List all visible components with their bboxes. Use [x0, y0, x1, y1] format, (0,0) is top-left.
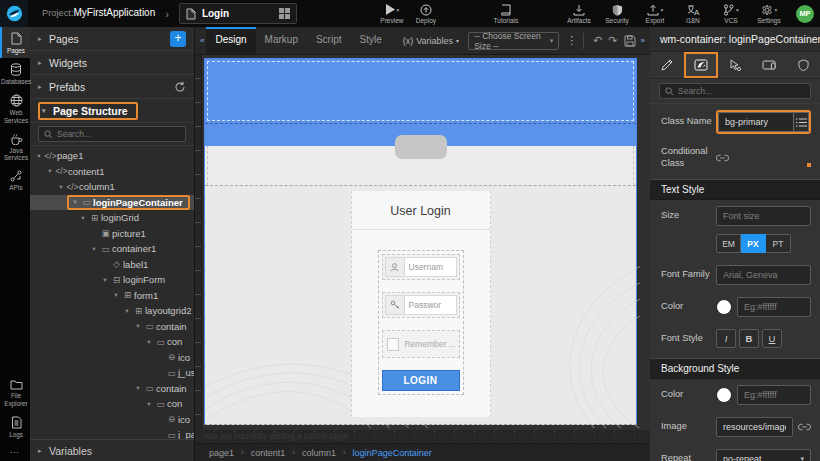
repeat-select[interactable]: no-repeat ▾	[716, 449, 811, 461]
expanded-arrow-icon[interactable]: ▾	[133, 322, 143, 330]
background-image-input[interactable]	[716, 417, 793, 437]
tree-search-input[interactable]	[57, 129, 180, 139]
tree-item-ico[interactable]: ⊖ico	[30, 350, 194, 366]
background-color-input[interactable]	[737, 385, 811, 405]
rail-more-icon[interactable]: ...	[0, 442, 30, 461]
section-variables[interactable]: ▸ Variables	[30, 439, 194, 461]
section-prefabs[interactable]: ▸ Prefabs	[30, 75, 194, 99]
link-icon[interactable]	[716, 154, 729, 162]
screen-size-select[interactable]: -- Choose Screen Size -- ▾	[468, 32, 559, 50]
rail-item-apis[interactable]: APIs	[0, 165, 30, 195]
add-page-button[interactable]: +	[170, 31, 186, 47]
login-form[interactable]: Usernam Passwor	[378, 250, 464, 395]
export-button[interactable]: ▾ Export	[638, 4, 672, 24]
tree-item-label1[interactable]: ◇label1	[30, 257, 194, 273]
class-name-input[interactable]	[718, 112, 794, 132]
remember-checkbox[interactable]	[387, 338, 400, 351]
rail-item-web-services[interactable]: Web Services	[0, 89, 30, 127]
deploy-button[interactable]: Deploy	[409, 4, 443, 24]
unit-px-button[interactable]: PX	[741, 234, 766, 253]
tab-properties[interactable]	[650, 52, 684, 78]
properties-search-input[interactable]	[678, 86, 805, 96]
tab-style[interactable]: Style	[351, 27, 391, 54]
logo-picture-placeholder[interactable]	[395, 135, 447, 159]
rail-item-databases[interactable]: Databases	[0, 58, 30, 89]
tree-item-con[interactable]: ▾▭con	[30, 334, 194, 350]
tree-item-j_pa[interactable]: ▭j_pa	[30, 427, 194, 439]
user-avatar[interactable]: MP	[796, 5, 814, 23]
color-swatch[interactable]	[716, 299, 732, 315]
tree-item-layoutgrid2[interactable]: ▾⊞layoutgrid2	[30, 303, 194, 319]
tree-item-loginForm[interactable]: ▾⊟loginForm	[30, 272, 194, 288]
tab-security[interactable]	[786, 52, 820, 78]
login-button[interactable]: LOGIN	[382, 370, 460, 391]
rail-item-file-explorer[interactable]: File Explorer	[0, 374, 30, 410]
expanded-arrow-icon[interactable]: ▾	[89, 245, 99, 253]
tutorials-button[interactable]: Tutorials	[489, 4, 523, 24]
tree-item-contain[interactable]: ▾▭contain	[30, 319, 194, 335]
unit-em-button[interactable]: EM	[716, 234, 741, 253]
grid-icon[interactable]	[279, 8, 290, 19]
rail-item-logs[interactable]: Logs	[0, 411, 30, 442]
tree-item-loginGrid[interactable]: ▾⊞loginGrid	[30, 210, 194, 226]
collapse-left-panel-icon[interactable]: «	[198, 36, 206, 45]
tab-devices[interactable]	[752, 52, 786, 78]
expanded-arrow-icon[interactable]: ▾	[133, 384, 143, 392]
save-icon[interactable]	[621, 35, 639, 47]
expanded-arrow-icon[interactable]: ▾	[78, 214, 88, 222]
italic-button[interactable]: I	[716, 329, 736, 348]
tree-item-page1[interactable]: ▾</>page1	[30, 148, 194, 164]
i18n-button[interactable]: A i18N	[676, 4, 710, 24]
security-button[interactable]: Security	[600, 4, 634, 24]
section-pages[interactable]: ▸ Pages +	[30, 27, 194, 51]
redo-icon[interactable]: ↷	[605, 34, 620, 47]
tree-item-container1[interactable]: ▾▭container1	[30, 241, 194, 257]
underline-button[interactable]: U	[762, 329, 782, 348]
expanded-arrow-icon[interactable]: ▾	[34, 152, 44, 160]
tab-events[interactable]	[718, 52, 752, 78]
tree-item-ico[interactable]: ⊖ico	[30, 412, 194, 428]
tree-item-con[interactable]: ▾▭con	[30, 396, 194, 412]
link-icon[interactable]	[798, 423, 811, 431]
open-page-tab[interactable]: Login	[179, 3, 297, 24]
rail-item-pages[interactable]: Pages	[0, 27, 30, 58]
expanded-arrow-icon[interactable]: ▾	[56, 183, 66, 191]
remember-field[interactable]: Remember ...	[382, 330, 460, 358]
tree-item-content1[interactable]: ▾</>content1	[30, 164, 194, 180]
wavemaker-logo[interactable]	[0, 0, 28, 27]
project-name[interactable]: Project:MyFirstApplication	[42, 7, 155, 20]
variables-button[interactable]: (x) Variables ▾	[403, 36, 459, 46]
collapse-right-panel-icon[interactable]: »	[639, 36, 647, 45]
undo-icon[interactable]: ↶	[590, 34, 605, 47]
login-section[interactable]: User Login Usernam	[205, 185, 636, 424]
bold-button[interactable]: B	[739, 329, 759, 348]
section-page-structure[interactable]: ▾ Page Structure	[30, 99, 194, 123]
page-preview[interactable]: User Login Usernam	[204, 58, 637, 425]
tree-item-j_us[interactable]: ▭j_us	[30, 365, 194, 381]
text-color-input[interactable]	[737, 297, 811, 317]
header-blue-band[interactable]	[205, 59, 636, 123]
artifacts-button[interactable]: Artifacts	[562, 4, 596, 24]
settings-button[interactable]: ▾ Settings	[752, 4, 786, 24]
tree-item-picture1[interactable]: ▣picture1	[30, 226, 194, 242]
expanded-arrow-icon[interactable]: ▾	[144, 400, 154, 408]
refresh-icon[interactable]	[174, 81, 186, 93]
vcs-button[interactable]: ▾ VCS	[714, 4, 748, 24]
expanded-arrow-icon[interactable]: ▾	[144, 338, 154, 346]
tab-script[interactable]: Script	[307, 27, 351, 54]
tree-item-contain[interactable]: ▾▭contain	[30, 381, 194, 397]
tree-item-loginPageContainer[interactable]: ▾▭loginPageContainer	[30, 195, 194, 211]
unit-pt-button[interactable]: PT	[766, 234, 791, 253]
breadcrumb-item-page1[interactable]: page1	[209, 448, 234, 458]
tree-item-form1[interactable]: ▾⊞form1	[30, 288, 194, 304]
expanded-arrow-icon[interactable]: ▾	[122, 307, 132, 315]
login-card[interactable]: User Login Usernam	[351, 191, 491, 417]
font-family-input[interactable]	[716, 265, 811, 285]
tab-styles[interactable]	[684, 52, 718, 78]
tree-item-column1[interactable]: ▾</>column1	[30, 179, 194, 195]
breadcrumb-item-column1[interactable]: column1	[302, 448, 336, 458]
expanded-arrow-icon[interactable]: ▾	[100, 276, 110, 284]
breadcrumb-item-content1[interactable]: content1	[251, 448, 286, 458]
section-widgets[interactable]: ▸ Widgets	[30, 51, 194, 75]
font-size-input[interactable]	[716, 206, 811, 226]
